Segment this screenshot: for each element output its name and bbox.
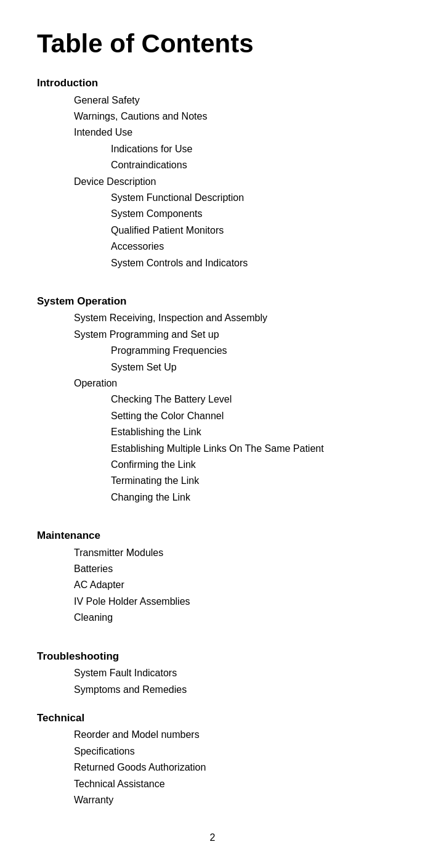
toc-entry: Reorder and Model numbers xyxy=(37,727,388,743)
section-title-system-operation: System Operation xyxy=(37,293,388,309)
toc-entry: System Set Up xyxy=(37,359,388,375)
toc-entry: Terminating the Link xyxy=(37,473,388,489)
toc-entry: AC Adapter xyxy=(37,577,388,593)
toc-entry: Contraindications xyxy=(37,157,388,173)
page-title: Table of Contents xyxy=(37,30,388,58)
toc-entry: System Receiving, Inspection and Assembl… xyxy=(37,310,388,326)
toc-entry: Device Description xyxy=(37,174,388,190)
section-title-introduction: Introduction xyxy=(37,75,388,91)
toc-entry: Changing the Link xyxy=(37,489,388,506)
toc-entry: System Fault Indicators xyxy=(37,665,388,681)
toc-entry: Technical Assistance xyxy=(37,776,388,792)
toc-entry: Operation xyxy=(37,375,388,391)
toc-entry: System Controls and Indicators xyxy=(37,255,388,271)
toc-entry: Programming Frequencies xyxy=(37,343,388,359)
section-title-maintenance: Maintenance xyxy=(37,528,388,544)
section-title-troubleshooting: Troubleshooting xyxy=(37,649,388,665)
toc-entry: System Functional Description xyxy=(37,190,388,206)
toc-entry: Setting the Color Channel xyxy=(37,408,388,424)
toc-entry: Establishing Multiple Links On The Same … xyxy=(37,441,388,457)
toc-entry: Transmitter Modules xyxy=(37,545,388,561)
toc-entry: Establishing the Link xyxy=(37,424,388,440)
toc-entry: Warranty xyxy=(37,792,388,808)
toc-entry: Intended Use xyxy=(37,125,388,141)
toc-entry: Checking The Battery Level xyxy=(37,391,388,407)
toc-entry: Accessories xyxy=(37,239,388,255)
toc-section-troubleshooting: TroubleshootingSystem Fault IndicatorsSy… xyxy=(37,649,388,698)
toc-section-system-operation: System OperationSystem Receiving, Inspec… xyxy=(37,293,388,506)
toc-entry: Returned Goods Authorization xyxy=(37,760,388,776)
toc-entry: System Programming and Set up xyxy=(37,327,388,343)
toc-entry: Warnings, Cautions and Notes xyxy=(37,108,388,125)
toc-section-introduction: IntroductionGeneral SafetyWarnings, Caut… xyxy=(37,75,388,271)
toc-entry: Batteries xyxy=(37,561,388,577)
spacer xyxy=(37,284,388,293)
toc-entry: Confirming the Link xyxy=(37,457,388,473)
spacer xyxy=(37,639,388,649)
spacer xyxy=(37,518,388,528)
page-number: 2 xyxy=(210,832,216,843)
toc-section-maintenance: MaintenanceTransmitter ModulesBatteriesA… xyxy=(37,528,388,626)
toc-entry: Specifications xyxy=(37,743,388,760)
toc-container: IntroductionGeneral SafetyWarnings, Caut… xyxy=(37,75,388,808)
toc-entry: Cleaning xyxy=(37,610,388,626)
section-title-technical: Technical xyxy=(37,710,388,726)
toc-section-technical: TechnicalReorder and Model numbersSpecif… xyxy=(37,710,388,808)
toc-entry: Symptoms and Remedies xyxy=(37,682,388,698)
toc-entry: IV Pole Holder Assemblies xyxy=(37,594,388,610)
toc-entry: System Components xyxy=(37,206,388,222)
page: Table of Contents IntroductionGeneral Sa… xyxy=(0,0,425,868)
toc-entry: General Safety xyxy=(37,92,388,108)
toc-entry: Indications for Use xyxy=(37,141,388,157)
toc-entry: Qualified Patient Monitors xyxy=(37,223,388,239)
